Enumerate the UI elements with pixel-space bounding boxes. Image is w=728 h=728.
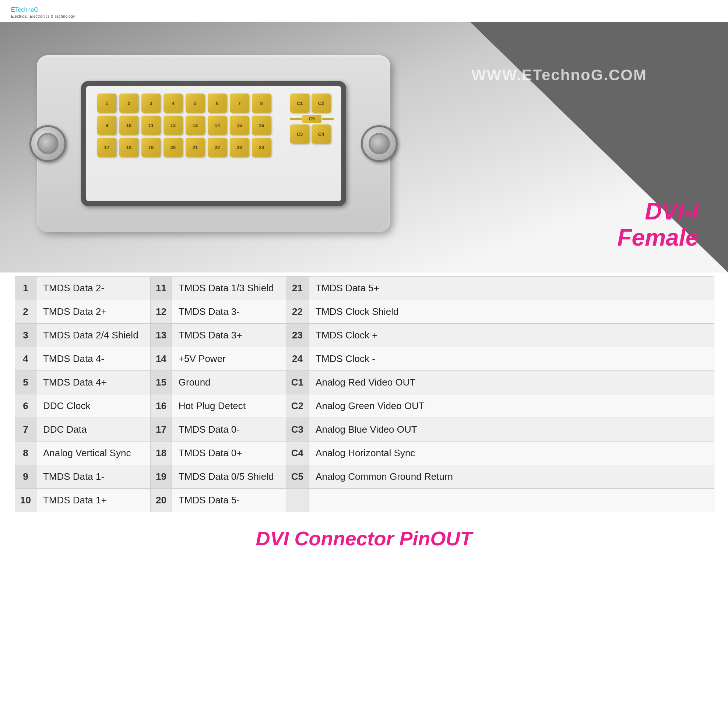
pin-num-col2-row8: 19 [150,465,171,489]
analog-row-top: C1 C2 [290,93,333,113]
bolt-right [361,125,398,162]
pin-c5: C5 [302,115,321,123]
pin-num-col1-row7: 8 [15,442,37,465]
pin-num-col1-row8: 9 [15,465,37,489]
pin-desc-col3-row0: TMDS Data 5+ [309,277,714,300]
pin-desc-col1-row9: TMDS Data 1+ [36,489,150,512]
pin-11: 11 [141,116,161,135]
pin-desc-col2-row7: TMDS Data 0+ [171,442,286,465]
pin-num-col1-row3: 4 [15,347,37,371]
header: ETechnoG Electrical, Electronics & Techn… [0,0,728,22]
pin-num-col3-row1: 22 [286,300,309,324]
pin-desc-col3-row5: Analog Green Video OUT [309,395,714,418]
pin-grid: 1 2 3 4 5 6 7 8 9 10 11 12 13 [97,93,303,160]
connector-housing: 1 2 3 4 5 6 7 8 9 10 11 12 13 [37,55,390,232]
pin-desc-col1-row0: TMDS Data 2- [36,277,150,300]
pin-desc-col2-row9: TMDS Data 5- [171,489,286,512]
pin-num-col3-row2: 23 [286,324,309,347]
pin-num-col2-row6: 17 [150,418,171,442]
pin-num-col2-row2: 13 [150,324,171,347]
pin-num-col2-row7: 18 [150,442,171,465]
watermark: WWW.ETechnoG.COM [471,66,647,84]
pin-desc-col3-row3: TMDS Clock - [309,347,714,371]
pin-desc-col3-row7: Analog Horizontal Sync [309,442,714,465]
pin-row-2: 9 10 11 12 13 14 15 16 [97,116,303,135]
connector-diagram: WWW.ETechnoG.COM DVI-I Female 1 2 3 4 5 [0,22,728,272]
pin-8: 8 [252,93,271,113]
pin-desc-col3-row2: TMDS Clock + [309,324,714,347]
pin-desc-col3-row8: Analog Common Ground Return [309,465,714,489]
pin-desc-col2-row8: TMDS Data 0/5 Shield [171,465,286,489]
logo-technog: TechnoG [15,7,39,13]
pin-6: 6 [208,93,227,113]
pin-24: 24 [252,138,271,157]
pin-num-col3-row9 [286,489,309,512]
pin-row-1: 1 2 3 4 5 6 7 8 [97,93,303,113]
analog-center-line-right [322,118,333,120]
bolt-left [29,125,66,162]
pin-7: 7 [230,93,249,113]
pin-17: 17 [97,138,116,157]
pin-num-col2-row4: 15 [150,371,171,395]
analog-group: C1 C2 C5 C3 C4 [290,93,333,144]
pin-5: 5 [186,93,205,113]
pin-21: 21 [186,138,205,157]
pin-19: 19 [141,138,161,157]
pin-row-3: 17 18 19 20 21 22 23 24 [97,138,303,157]
pin-desc-col2-row1: TMDS Data 3- [171,300,286,324]
pin-num-col2-row1: 12 [150,300,171,324]
pin-num-col2-row0: 11 [150,277,171,300]
pin-16: 16 [252,116,271,135]
pin-desc-col3-row6: Analog Blue Video OUT [309,418,714,442]
pin-num-col1-row4: 5 [15,371,37,395]
pin-c2: C2 [312,93,331,113]
pin-desc-col1-row4: TMDS Data 4+ [36,371,150,395]
analog-row-bottom: C3 C4 [290,124,333,144]
pin-desc-col1-row2: TMDS Data 2/4 Shield [36,324,150,347]
pin-num-col3-row7: C4 [286,442,309,465]
pin-20: 20 [164,138,183,157]
pin-desc-col3-row1: TMDS Clock Shield [309,300,714,324]
pin-desc-col2-row3: +5V Power [171,347,286,371]
pin-num-col1-row2: 3 [15,324,37,347]
connector-face: 1 2 3 4 5 6 7 8 9 10 11 12 13 [81,81,346,206]
pin-desc-col2-row0: TMDS Data 1/3 Shield [171,277,286,300]
pin-15: 15 [230,116,249,135]
pin-1: 1 [97,93,116,113]
pin-10: 10 [119,116,138,135]
pin-desc-col1-row6: DDC Data [36,418,150,442]
pin-22: 22 [208,138,227,157]
pin-num-col1-row9: 10 [15,489,37,512]
pin-2: 2 [119,93,138,113]
pin-4: 4 [164,93,183,113]
pin-num-col3-row5: C2 [286,395,309,418]
pin-23: 23 [230,138,249,157]
pin-18: 18 [119,138,138,157]
page: ETechnoG Electrical, Electronics & Techn… [0,0,728,561]
logo-e: E [11,7,15,13]
pin-desc-col3-row4: Analog Red Video OUT [309,371,714,395]
pin-desc-col1-row8: TMDS Data 1- [36,465,150,489]
pin-desc-col3-row9 [309,489,714,512]
pin-num-col1-row6: 7 [15,418,37,442]
pin-num-col1-row1: 2 [15,300,37,324]
pin-desc-col2-row6: TMDS Data 0- [171,418,286,442]
dvi-label: DVI-I Female [617,199,699,251]
pin-c4: C4 [312,124,331,144]
pin-num-col3-row6: C3 [286,418,309,442]
pin-desc-col2-row4: Ground [171,371,286,395]
pin-desc-col2-row2: TMDS Data 3+ [171,324,286,347]
pin-14: 14 [208,116,227,135]
pin-desc-col1-row1: TMDS Data 2+ [36,300,150,324]
pin-num-col3-row3: 24 [286,347,309,371]
pin-desc-col1-row5: DDC Clock [36,395,150,418]
pin-num-col2-row5: 16 [150,395,171,418]
pin-num-col3-row4: C1 [286,371,309,395]
pin-desc-col2-row5: Hot Plug Detect [171,395,286,418]
pin-12: 12 [164,116,183,135]
pin-desc-col1-row7: Analog Vertical Sync [36,442,150,465]
pin-num-col3-row0: 21 [286,277,309,300]
pin-c3: C3 [290,124,309,144]
pin-desc-col1-row3: TMDS Data 4- [36,347,150,371]
pin-table: 1TMDS Data 2-11TMDS Data 1/3 Shield21TMD… [15,276,714,512]
